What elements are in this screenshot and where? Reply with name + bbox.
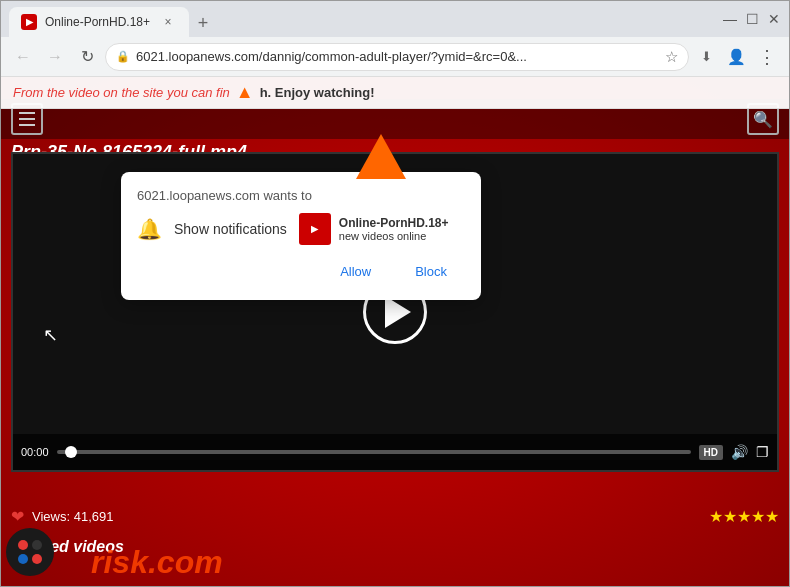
page-content: From the video on the site you can fin ▲… bbox=[1, 77, 789, 586]
download-icon[interactable]: ⬇ bbox=[693, 44, 719, 70]
forward-button[interactable]: → bbox=[41, 43, 69, 71]
badge-dot-red bbox=[18, 540, 28, 550]
lock-icon: 🔒 bbox=[116, 50, 130, 63]
hamburger-line-1 bbox=[19, 112, 35, 114]
bottom-badge bbox=[6, 528, 54, 576]
popup-site-info: ▶ Online-PornHD.18+ new videos online bbox=[299, 213, 449, 245]
badge-dot-dark bbox=[32, 540, 42, 550]
site-logo: risk.com bbox=[91, 544, 223, 581]
popup-site-favicon: ▶ bbox=[299, 213, 331, 245]
hamburger-line-3 bbox=[19, 124, 35, 126]
hd-badge: HD bbox=[699, 445, 723, 460]
account-icon[interactable]: 👤 bbox=[723, 44, 749, 70]
address-bar: ← → ↻ 🔒 6021.loopanews.com/dannig/common… bbox=[1, 37, 789, 77]
popup-site-name: Online-PornHD.18+ bbox=[339, 216, 449, 230]
svg-marker-0 bbox=[356, 134, 406, 179]
hamburger-line-2 bbox=[19, 118, 35, 120]
maximize-button[interactable]: ☐ bbox=[745, 12, 759, 26]
popup-buttons: Allow Block bbox=[137, 259, 465, 284]
views-label: Views: 41,691 bbox=[32, 509, 113, 524]
title-bar: ▶ Online-PornHD.18+ × + — ☐ ✕ bbox=[1, 1, 789, 37]
popup-notification-row: 🔔 Show notifications ▶ Online-PornHD.18+… bbox=[137, 213, 465, 245]
badge-dot-red2 bbox=[32, 554, 42, 564]
popup-show-notifications-label: Show notifications bbox=[174, 221, 287, 237]
popup-site-sub: new videos online bbox=[339, 230, 449, 242]
reload-button[interactable]: ↻ bbox=[73, 43, 101, 71]
play-triangle-icon bbox=[385, 296, 411, 328]
fullscreen-icon[interactable]: ❐ bbox=[756, 444, 769, 460]
popup-site-details: Online-PornHD.18+ new videos online bbox=[339, 216, 449, 242]
window-controls: — ☐ ✕ bbox=[723, 12, 781, 26]
minimize-button[interactable]: — bbox=[723, 12, 737, 26]
new-tab-button[interactable]: + bbox=[189, 9, 217, 37]
badge-dots bbox=[18, 540, 42, 564]
browser-window: ▶ Online-PornHD.18+ × + — ☐ ✕ ← → ↻ 🔒 60… bbox=[0, 0, 790, 587]
info-arrow-icon: ▲ bbox=[236, 82, 254, 103]
url-text: 6021.loopanews.com/dannig/common-adult-p… bbox=[136, 49, 659, 64]
badge-dot-blue bbox=[18, 554, 28, 564]
tab-favicon: ▶ bbox=[21, 14, 37, 30]
back-button[interactable]: ← bbox=[9, 43, 37, 71]
close-button[interactable]: ✕ bbox=[767, 12, 781, 26]
block-button[interactable]: Block bbox=[397, 259, 465, 284]
tab-area: ▶ Online-PornHD.18+ × + bbox=[9, 1, 719, 37]
info-bar-italic-text: From the video on the site you can fin bbox=[13, 85, 230, 100]
allow-button[interactable]: Allow bbox=[322, 259, 389, 284]
bell-icon: 🔔 bbox=[137, 217, 162, 241]
notification-popup: 6021.loopanews.com wants to 🔔 Show notif… bbox=[121, 172, 481, 300]
arrow-svg bbox=[351, 129, 411, 189]
info-bar-bold-text: h. Enjoy watching! bbox=[260, 85, 375, 100]
progress-bar[interactable] bbox=[57, 450, 691, 454]
tab-title: Online-PornHD.18+ bbox=[45, 15, 151, 29]
popup-site-domain: 6021.loopanews.com wants to bbox=[137, 188, 465, 203]
video-controls: 00:00 HD 🔊 ❐ bbox=[13, 434, 777, 470]
url-bar[interactable]: 🔒 6021.loopanews.com/dannig/common-adult… bbox=[105, 43, 689, 71]
tab-close-button[interactable]: × bbox=[159, 13, 177, 31]
bookmark-icon[interactable]: ☆ bbox=[665, 48, 678, 66]
views-row: ❤ Views: 41,691 ★★★★★ bbox=[11, 507, 779, 526]
star-rating: ★★★★★ bbox=[709, 507, 779, 526]
progress-dot bbox=[65, 446, 77, 458]
cursor-arrow: ↖ bbox=[43, 324, 58, 346]
browser-menu-button[interactable]: ⋮ bbox=[753, 43, 781, 71]
info-bar: From the video on the site you can fin ▲… bbox=[1, 77, 789, 109]
time-display: 00:00 bbox=[21, 446, 49, 458]
heart-icon[interactable]: ❤ bbox=[11, 507, 24, 526]
active-tab[interactable]: ▶ Online-PornHD.18+ × bbox=[9, 7, 189, 37]
arrow-indicator bbox=[351, 129, 411, 193]
volume-icon[interactable]: 🔊 bbox=[731, 444, 748, 460]
